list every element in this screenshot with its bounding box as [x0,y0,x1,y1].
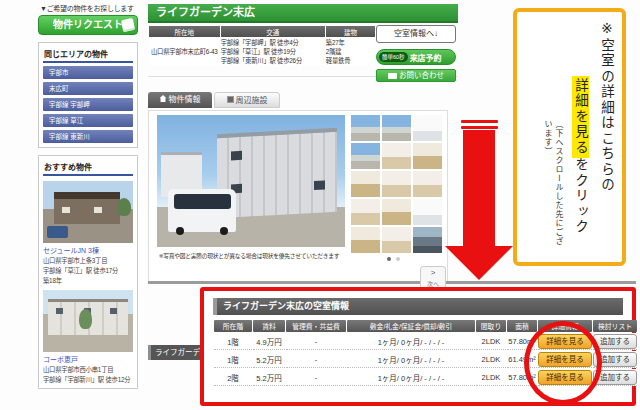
cell-floor: 1階 [214,351,252,368]
tree-illustration [79,309,92,329]
building-line-1: 築27年 [326,38,375,47]
building-icon [227,96,234,103]
red-arrow-shaft [463,130,495,247]
photo-thumbnail[interactable] [382,171,411,197]
col-detail: 詳細情報 [538,320,592,332]
add-to-list-button-row1[interactable]: 追加する [593,334,637,349]
photo-thumbnail[interactable] [382,199,411,225]
contact-label: お問い合わせ [399,71,444,80]
photo-thumbnail[interactable] [413,171,442,197]
photo-thumbnail[interactable] [413,227,442,253]
tab-surroundings-label: 周辺施設 [236,96,268,105]
table-row: 2階 5.2万円 - 1ヶ月/ 0ヶ月/ - / - / - 2LDK 57.8… [214,369,637,386]
cell-fee: - [286,333,346,350]
photo-thumbnail[interactable] [413,199,442,225]
red-arrow-line [461,126,498,129]
cell-deposit: 1ヶ月/ 0ヶ月/ - / - / - [347,369,475,386]
recommended-title: おすすめ物件 [43,160,133,176]
recommended-card-2[interactable]: コーポ恵戸 山口県宇部市西小串1丁目 宇部線「宇部新川」駅 徒歩12分 [43,290,133,384]
pager-dot[interactable] [396,257,400,261]
building-line-2: 2階建 [326,47,375,56]
building-line-3: 軽量鉄骨 [326,56,375,65]
vacancy-info-button[interactable]: 空室情報へ↓ [376,25,456,43]
access-line-2: 宇部線「草江」駅 徒歩19分 [221,47,325,56]
detail-button-row3[interactable]: 詳細を見る [538,370,592,385]
table-row: 1階 4.9万円 - 1ヶ月/ 0ヶ月/ - / - / - 2LDK 57.8… [214,333,637,350]
add-to-list-button-row3[interactable]: 追加する [593,370,637,385]
main-property-photo[interactable] [157,115,345,247]
cell-floor: 2階 [214,369,252,386]
cell-area: 57.80m² [507,369,537,386]
info-header-transport: 交通 [221,26,325,37]
photo-thumbnail[interactable] [382,115,411,141]
cell-rent: 5.2万円 [253,369,285,386]
annotation-line-1: ※空室の詳細はこちらの [596,20,616,254]
cell-deposit: 1ヶ月/ 0ヶ月/ - / - / - [347,351,475,368]
photo-thumbnail[interactable] [351,115,380,141]
info-address: 山口県宇部市末広町6-43 [149,38,220,65]
area-link-ube-city[interactable]: 宇部市 [43,66,133,79]
photo-thumbnail[interactable] [351,171,380,197]
info-header-location: 所在地 [149,26,220,37]
same-area-box: 同じエリアの物件 宇部市 末広町 宇部線 宇部岬 宇部線 草江 宇部線 東新川 [38,42,138,148]
recommended-age-1: 築18年 [43,276,133,285]
photo-thumbnail[interactable] [351,199,380,225]
memo-icon [121,18,135,32]
photo-thumbnail[interactable] [382,143,411,169]
chevron-right-icon: > [421,267,445,279]
recommended-name-1: セジュールJN 3棟 [43,245,133,255]
vacancy-title-bar: ライフガーデン末広の空室情報 [213,298,623,315]
sidebar: ▼ご希望の物件をお探しします 物件リクエスト 同じエリアの物件 宇部市 末広町 … [38,0,138,389]
tab-surroundings[interactable]: 周辺施設 [214,92,280,108]
photo-thumbnail[interactable] [382,227,411,253]
annotation-note: （下へスクロールした先にございます） [542,120,564,254]
pager-dot-active[interactable] [387,257,391,261]
recommended-box: おすすめ物件 セジュールJN 3棟 山口県宇部市上条3丁目 宇部線「草江」駅 徒… [38,155,138,389]
visit-reservation-button[interactable]: 簡単60秒 来店予約 [376,49,456,65]
access-line-3: 宇部線「東新川」駅 徒歩26分 [221,56,325,65]
add-to-list-button-row2[interactable]: 追加する [593,352,637,367]
section-divider [148,281,636,284]
photo-thumbnail[interactable] [413,115,442,141]
info-header-building: 建物 [326,26,375,37]
annotation-highlight: 詳細を見る [572,76,589,158]
property-request-button[interactable]: 物件リクエスト [38,15,138,35]
col-deposit: 敷金/礼金/保証金/償却/敷引 [347,320,475,332]
cell-floor: 1階 [214,333,252,350]
cell-fee: - [286,351,346,368]
cell-layout: 2LDK [476,369,506,386]
tab-property-label: 物件情報 [169,95,201,104]
vacancy-section-bar-clipped: ライフガーデン末広 [148,345,205,360]
thumbnail-pager [387,257,400,261]
tab-property-info[interactable]: 物件情報 [148,92,212,108]
table-row: 1階 5.2万円 - 1ヶ月/ 0ヶ月/ - / - / - 2LDK 61.4… [214,351,637,368]
cell-fee: - [286,369,346,386]
area-link-higashishinkawa[interactable]: 宇部線 東新川 [43,130,133,143]
info-building: 築27年 2階建 軽量鉄骨 [326,38,375,65]
property-request-label: 物件リクエスト [53,19,123,30]
area-link-kusae[interactable]: 宇部線 草江 [43,114,133,127]
recommended-name-2: コーポ恵戸 [43,354,133,364]
same-area-title: 同じエリアの物件 [43,47,133,63]
area-link-ubemisaki[interactable]: 宇部線 宇部岬 [43,98,133,111]
photo-thumbnail[interactable] [351,227,380,253]
house-illustration [54,192,121,224]
red-arrow-line [461,120,498,123]
property-info-table: 所在地 交通 建物 山口県宇部市末広町6-43 宇部線「宇部岬」駅 徒歩4分 宇… [148,25,376,66]
photo-thumbnail[interactable] [413,143,442,169]
detail-button-row2[interactable]: 詳細を見る [538,352,592,367]
detail-button-row1[interactable]: 詳細を見る [538,334,592,349]
annotation-box: ※空室の詳細はこちらの 詳細を見るをクリック （下へスクロールした先にございます… [513,8,626,266]
col-area: 面積 [507,320,537,332]
recommended-card-1[interactable]: セジュールJN 3棟 山口県宇部市上条3丁目 宇部線「草江」駅 徒歩17分 築1… [43,181,133,285]
photo-caption: ※写真や図と実際の現状とが異なる場合は現状を優先させていただきます [149,251,349,260]
contact-button[interactable]: お問い合わせ [376,69,456,82]
cell-deposit: 1ヶ月/ 0ヶ月/ - / - / - [347,333,475,350]
recommended-address-2: 山口県宇部市西小串1丁目 [43,365,133,374]
photo-thumbnail[interactable] [351,143,380,169]
red-arrow-down-icon [445,246,513,280]
request-note: ▼ご希望の物件をお探しします [38,0,138,15]
col-rent: 賃料 [253,320,285,332]
area-link-suehiro[interactable]: 末広町 [43,82,133,95]
access-line-1: 宇部線「宇部岬」駅 徒歩4分 [221,38,325,47]
